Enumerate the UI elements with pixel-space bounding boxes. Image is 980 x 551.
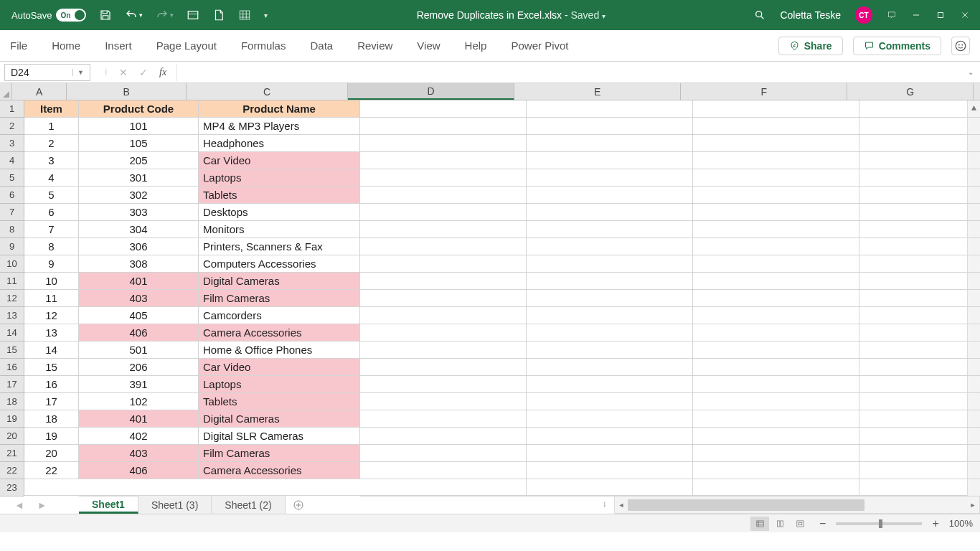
cell[interactable] <box>859 255 980 273</box>
row-header-6[interactable]: 6 <box>0 187 24 204</box>
view-page-layout-icon[interactable] <box>771 517 789 531</box>
cell[interactable] <box>693 307 859 324</box>
cell[interactable] <box>527 428 693 445</box>
cell[interactable] <box>693 445 859 462</box>
cell[interactable] <box>360 479 527 496</box>
cell[interactable] <box>527 342 693 359</box>
cell[interactable]: 12 <box>24 307 79 324</box>
cell[interactable] <box>527 169 693 187</box>
cell[interactable] <box>360 118 527 135</box>
zoom-out-icon[interactable]: − <box>819 517 826 530</box>
zoom-in-icon[interactable]: + <box>932 517 938 530</box>
cell[interactable] <box>527 290 693 307</box>
cell[interactable] <box>859 290 980 307</box>
cell[interactable] <box>859 273 980 290</box>
cell[interactable]: 19 <box>24 428 79 445</box>
row-header-2[interactable]: 2 <box>0 118 24 135</box>
cell[interactable] <box>527 410 693 428</box>
cell[interactable]: Digital SLR Cameras <box>199 428 360 445</box>
cell[interactable]: Film Cameras <box>199 290 360 307</box>
cell[interactable]: 15 <box>24 359 79 376</box>
cell[interactable] <box>693 376 859 393</box>
cell[interactable] <box>693 169 859 187</box>
cell[interactable]: 5 <box>24 187 79 204</box>
column-header-A[interactable]: A <box>12 83 67 100</box>
column-header-C[interactable]: C <box>187 83 348 100</box>
cell[interactable] <box>527 393 693 410</box>
autosave-toggle[interactable]: AutoSave <box>11 9 86 22</box>
qat-icon-5[interactable] <box>212 9 225 22</box>
cell[interactable]: Camera Accessories <box>199 462 360 479</box>
formula-expand-icon[interactable]: ⌄ <box>961 68 980 76</box>
cell[interactable] <box>527 273 693 290</box>
row-header-4[interactable]: 4 <box>0 152 24 169</box>
row-header-20[interactable]: 20 <box>0 428 24 445</box>
cell[interactable]: 401 <box>79 273 199 290</box>
cell[interactable]: Digital Cameras <box>199 273 360 290</box>
cell[interactable] <box>360 462 527 479</box>
cell[interactable] <box>693 273 859 290</box>
cell[interactable]: Camera Accessories <box>199 324 360 342</box>
cell[interactable]: 7 <box>24 221 79 238</box>
cell[interactable] <box>693 135 859 152</box>
cell[interactable]: 301 <box>79 169 199 187</box>
cell[interactable] <box>360 187 527 204</box>
fx-icon[interactable]: fx <box>159 67 166 78</box>
cell[interactable] <box>527 204 693 221</box>
tab-split-handle[interactable]: ⁞ <box>595 496 614 514</box>
formula-input[interactable] <box>176 64 961 81</box>
cell[interactable]: Printers, Scanners & Fax <box>199 238 360 255</box>
row-header-16[interactable]: 16 <box>0 359 24 376</box>
tab-view[interactable]: View <box>417 39 440 52</box>
cell[interactable]: 8 <box>24 238 79 255</box>
cell[interactable] <box>859 324 980 342</box>
cell[interactable] <box>859 221 980 238</box>
tab-data[interactable]: Data <box>310 39 333 52</box>
cell[interactable] <box>360 152 527 169</box>
view-page-break-icon[interactable] <box>791 517 809 531</box>
cell[interactable] <box>859 393 980 410</box>
column-header-G[interactable]: G <box>847 83 974 100</box>
tab-review[interactable]: Review <box>357 39 392 52</box>
column-header-F[interactable]: F <box>681 83 847 100</box>
row-header-5[interactable]: 5 <box>0 169 24 187</box>
cell[interactable] <box>859 479 980 496</box>
cell[interactable]: 303 <box>79 204 199 221</box>
cell[interactable] <box>859 100 980 118</box>
cell[interactable] <box>693 479 859 496</box>
row-header-1[interactable]: 1 <box>0 100 24 118</box>
cell[interactable] <box>527 135 693 152</box>
sheet-tab[interactable]: Sheet1 (3) <box>138 496 212 514</box>
cell[interactable]: 17 <box>24 393 79 410</box>
horizontal-scrollbar[interactable]: ◄ ► <box>614 496 980 514</box>
cell[interactable] <box>693 393 859 410</box>
tab-power-pivot[interactable]: Power Pivot <box>511 39 568 52</box>
cell[interactable]: 3 <box>24 152 79 169</box>
cell[interactable] <box>527 324 693 342</box>
cell[interactable] <box>527 376 693 393</box>
cell[interactable]: Headphones <box>199 135 360 152</box>
redo-icon[interactable]: ▾ <box>156 9 174 22</box>
cell[interactable] <box>693 100 859 118</box>
cell[interactable]: 308 <box>79 255 199 273</box>
row-header-14[interactable]: 14 <box>0 324 24 342</box>
cell[interactable]: Laptops <box>199 376 360 393</box>
cell[interactable]: 306 <box>79 238 199 255</box>
cell[interactable] <box>859 342 980 359</box>
row-headers[interactable]: 1234567891011121314151617181920212223 <box>0 100 24 496</box>
cell[interactable] <box>693 152 859 169</box>
name-box[interactable]: D24 ▼ <box>4 64 90 81</box>
search-icon[interactable] <box>754 9 765 21</box>
cell[interactable] <box>693 187 859 204</box>
cell[interactable] <box>527 118 693 135</box>
cell[interactable] <box>859 204 980 221</box>
cell[interactable] <box>527 462 693 479</box>
sheet-nav-next-icon[interactable]: ► <box>37 499 47 511</box>
cells-area[interactable]: ItemProduct CodeProduct Name1101MP4 & MP… <box>24 100 967 496</box>
cell[interactable] <box>693 290 859 307</box>
sheet-nav-prev-icon[interactable]: ◄ <box>14 499 24 511</box>
row-header-18[interactable]: 18 <box>0 393 24 410</box>
tab-page-layout[interactable]: Page Layout <box>156 39 217 52</box>
sheet-tab[interactable]: Sheet1 (2) <box>212 496 285 514</box>
row-header-9[interactable]: 9 <box>0 238 24 255</box>
